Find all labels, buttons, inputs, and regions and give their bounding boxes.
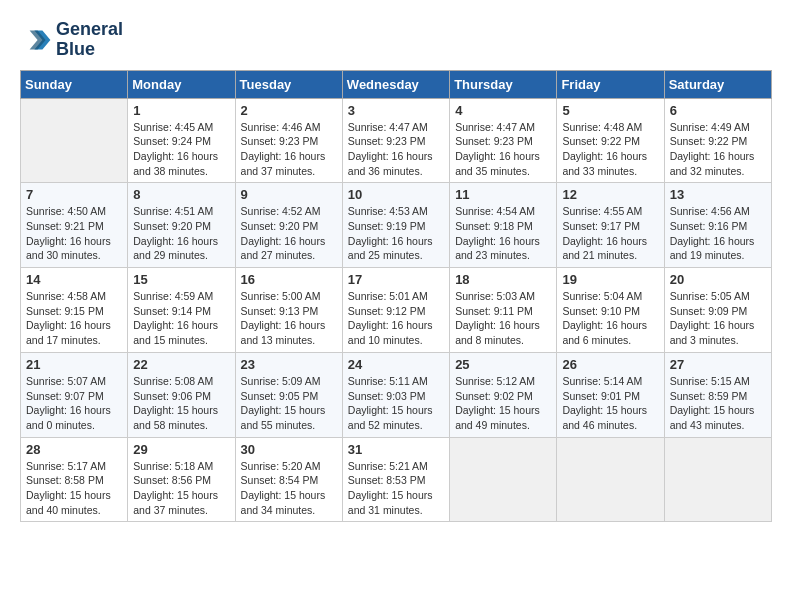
day-number: 20 <box>670 272 766 287</box>
day-cell: 29Sunrise: 5:18 AMSunset: 8:56 PMDayligh… <box>128 437 235 522</box>
day-info: Sunrise: 5:04 AMSunset: 9:10 PMDaylight:… <box>562 289 658 348</box>
day-info: Sunrise: 5:17 AMSunset: 8:58 PMDaylight:… <box>26 459 122 518</box>
day-info: Sunrise: 4:54 AMSunset: 9:18 PMDaylight:… <box>455 204 551 263</box>
day-cell: 27Sunrise: 5:15 AMSunset: 8:59 PMDayligh… <box>664 352 771 437</box>
logo-icon <box>20 24 52 56</box>
day-number: 5 <box>562 103 658 118</box>
day-cell <box>21 98 128 183</box>
day-info: Sunrise: 5:09 AMSunset: 9:05 PMDaylight:… <box>241 374 337 433</box>
day-number: 21 <box>26 357 122 372</box>
day-cell: 7Sunrise: 4:50 AMSunset: 9:21 PMDaylight… <box>21 183 128 268</box>
day-cell: 31Sunrise: 5:21 AMSunset: 8:53 PMDayligh… <box>342 437 449 522</box>
day-cell: 16Sunrise: 5:00 AMSunset: 9:13 PMDayligh… <box>235 268 342 353</box>
day-cell <box>664 437 771 522</box>
day-number: 27 <box>670 357 766 372</box>
day-cell: 20Sunrise: 5:05 AMSunset: 9:09 PMDayligh… <box>664 268 771 353</box>
day-info: Sunrise: 5:21 AMSunset: 8:53 PMDaylight:… <box>348 459 444 518</box>
day-cell: 6Sunrise: 4:49 AMSunset: 9:22 PMDaylight… <box>664 98 771 183</box>
day-info: Sunrise: 4:53 AMSunset: 9:19 PMDaylight:… <box>348 204 444 263</box>
calendar-header-row: SundayMondayTuesdayWednesdayThursdayFrid… <box>21 70 772 98</box>
day-info: Sunrise: 5:11 AMSunset: 9:03 PMDaylight:… <box>348 374 444 433</box>
day-info: Sunrise: 4:56 AMSunset: 9:16 PMDaylight:… <box>670 204 766 263</box>
day-info: Sunrise: 5:03 AMSunset: 9:11 PMDaylight:… <box>455 289 551 348</box>
day-info: Sunrise: 5:00 AMSunset: 9:13 PMDaylight:… <box>241 289 337 348</box>
day-cell: 15Sunrise: 4:59 AMSunset: 9:14 PMDayligh… <box>128 268 235 353</box>
day-number: 8 <box>133 187 229 202</box>
day-cell <box>557 437 664 522</box>
day-info: Sunrise: 4:59 AMSunset: 9:14 PMDaylight:… <box>133 289 229 348</box>
day-cell: 2Sunrise: 4:46 AMSunset: 9:23 PMDaylight… <box>235 98 342 183</box>
day-cell: 25Sunrise: 5:12 AMSunset: 9:02 PMDayligh… <box>450 352 557 437</box>
day-number: 31 <box>348 442 444 457</box>
week-row-1: 1Sunrise: 4:45 AMSunset: 9:24 PMDaylight… <box>21 98 772 183</box>
day-cell: 30Sunrise: 5:20 AMSunset: 8:54 PMDayligh… <box>235 437 342 522</box>
col-header-wednesday: Wednesday <box>342 70 449 98</box>
day-number: 30 <box>241 442 337 457</box>
logo-text: General Blue <box>56 20 123 60</box>
day-cell: 23Sunrise: 5:09 AMSunset: 9:05 PMDayligh… <box>235 352 342 437</box>
day-number: 13 <box>670 187 766 202</box>
day-cell: 26Sunrise: 5:14 AMSunset: 9:01 PMDayligh… <box>557 352 664 437</box>
day-number: 10 <box>348 187 444 202</box>
day-info: Sunrise: 5:07 AMSunset: 9:07 PMDaylight:… <box>26 374 122 433</box>
day-number: 12 <box>562 187 658 202</box>
day-number: 1 <box>133 103 229 118</box>
day-info: Sunrise: 4:51 AMSunset: 9:20 PMDaylight:… <box>133 204 229 263</box>
day-number: 19 <box>562 272 658 287</box>
col-header-friday: Friday <box>557 70 664 98</box>
day-number: 15 <box>133 272 229 287</box>
day-cell: 8Sunrise: 4:51 AMSunset: 9:20 PMDaylight… <box>128 183 235 268</box>
day-info: Sunrise: 4:47 AMSunset: 9:23 PMDaylight:… <box>455 120 551 179</box>
day-number: 26 <box>562 357 658 372</box>
day-number: 24 <box>348 357 444 372</box>
day-info: Sunrise: 5:20 AMSunset: 8:54 PMDaylight:… <box>241 459 337 518</box>
day-number: 29 <box>133 442 229 457</box>
day-info: Sunrise: 5:18 AMSunset: 8:56 PMDaylight:… <box>133 459 229 518</box>
day-cell: 10Sunrise: 4:53 AMSunset: 9:19 PMDayligh… <box>342 183 449 268</box>
day-number: 9 <box>241 187 337 202</box>
day-number: 17 <box>348 272 444 287</box>
day-info: Sunrise: 5:12 AMSunset: 9:02 PMDaylight:… <box>455 374 551 433</box>
day-number: 28 <box>26 442 122 457</box>
day-number: 14 <box>26 272 122 287</box>
day-info: Sunrise: 5:08 AMSunset: 9:06 PMDaylight:… <box>133 374 229 433</box>
day-cell: 9Sunrise: 4:52 AMSunset: 9:20 PMDaylight… <box>235 183 342 268</box>
day-cell: 18Sunrise: 5:03 AMSunset: 9:11 PMDayligh… <box>450 268 557 353</box>
day-cell: 28Sunrise: 5:17 AMSunset: 8:58 PMDayligh… <box>21 437 128 522</box>
day-cell: 12Sunrise: 4:55 AMSunset: 9:17 PMDayligh… <box>557 183 664 268</box>
week-row-4: 21Sunrise: 5:07 AMSunset: 9:07 PMDayligh… <box>21 352 772 437</box>
day-info: Sunrise: 4:58 AMSunset: 9:15 PMDaylight:… <box>26 289 122 348</box>
day-info: Sunrise: 5:14 AMSunset: 9:01 PMDaylight:… <box>562 374 658 433</box>
day-number: 2 <box>241 103 337 118</box>
day-info: Sunrise: 4:46 AMSunset: 9:23 PMDaylight:… <box>241 120 337 179</box>
day-cell: 14Sunrise: 4:58 AMSunset: 9:15 PMDayligh… <box>21 268 128 353</box>
day-number: 23 <box>241 357 337 372</box>
day-info: Sunrise: 4:52 AMSunset: 9:20 PMDaylight:… <box>241 204 337 263</box>
day-number: 18 <box>455 272 551 287</box>
day-info: Sunrise: 5:15 AMSunset: 8:59 PMDaylight:… <box>670 374 766 433</box>
day-info: Sunrise: 4:48 AMSunset: 9:22 PMDaylight:… <box>562 120 658 179</box>
day-number: 16 <box>241 272 337 287</box>
day-cell <box>450 437 557 522</box>
day-cell: 21Sunrise: 5:07 AMSunset: 9:07 PMDayligh… <box>21 352 128 437</box>
day-info: Sunrise: 5:05 AMSunset: 9:09 PMDaylight:… <box>670 289 766 348</box>
header: General Blue <box>20 20 772 60</box>
day-cell: 5Sunrise: 4:48 AMSunset: 9:22 PMDaylight… <box>557 98 664 183</box>
day-info: Sunrise: 4:55 AMSunset: 9:17 PMDaylight:… <box>562 204 658 263</box>
day-cell: 24Sunrise: 5:11 AMSunset: 9:03 PMDayligh… <box>342 352 449 437</box>
week-row-2: 7Sunrise: 4:50 AMSunset: 9:21 PMDaylight… <box>21 183 772 268</box>
col-header-monday: Monday <box>128 70 235 98</box>
day-cell: 3Sunrise: 4:47 AMSunset: 9:23 PMDaylight… <box>342 98 449 183</box>
col-header-thursday: Thursday <box>450 70 557 98</box>
week-row-5: 28Sunrise: 5:17 AMSunset: 8:58 PMDayligh… <box>21 437 772 522</box>
week-row-3: 14Sunrise: 4:58 AMSunset: 9:15 PMDayligh… <box>21 268 772 353</box>
day-cell: 13Sunrise: 4:56 AMSunset: 9:16 PMDayligh… <box>664 183 771 268</box>
day-info: Sunrise: 4:50 AMSunset: 9:21 PMDaylight:… <box>26 204 122 263</box>
day-cell: 22Sunrise: 5:08 AMSunset: 9:06 PMDayligh… <box>128 352 235 437</box>
day-info: Sunrise: 4:49 AMSunset: 9:22 PMDaylight:… <box>670 120 766 179</box>
day-cell: 11Sunrise: 4:54 AMSunset: 9:18 PMDayligh… <box>450 183 557 268</box>
day-number: 3 <box>348 103 444 118</box>
calendar-table: SundayMondayTuesdayWednesdayThursdayFrid… <box>20 70 772 523</box>
day-number: 7 <box>26 187 122 202</box>
col-header-saturday: Saturday <box>664 70 771 98</box>
